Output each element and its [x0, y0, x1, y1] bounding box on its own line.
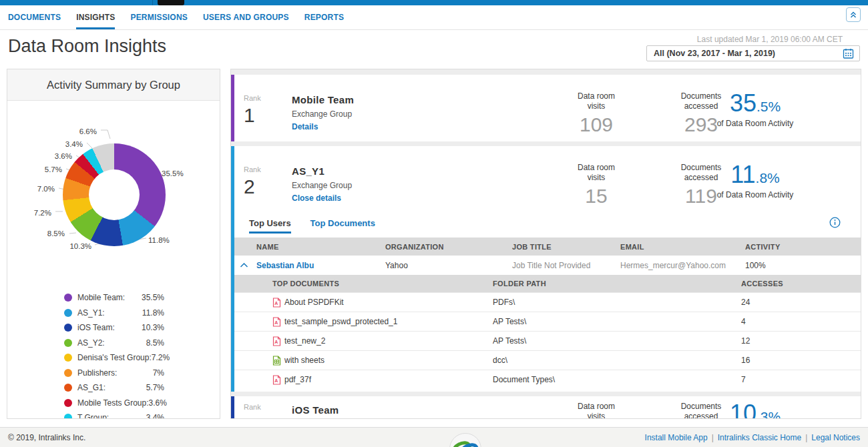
user-organization: Yahoo	[385, 261, 512, 270]
donut-label: 5.7%	[45, 165, 62, 173]
legend-item: Publishers:7%	[64, 369, 164, 378]
document-row: AAbout PSPDFKit PDFs\ 24	[231, 292, 861, 312]
donut-label: 11.8%	[148, 236, 170, 244]
donut-label: 35.5%	[162, 169, 184, 177]
activity-summary-title: Activity Summary by Group	[7, 69, 220, 101]
documents-table-header: TOP DOCUMENTS FOLDER PATH ACCESSES	[231, 275, 861, 292]
activity-percentage: 10.3%	[682, 400, 829, 419]
legend-dot	[64, 399, 72, 407]
visits-label: Data room visits	[570, 91, 623, 111]
donut-label: 7.0%	[37, 185, 55, 193]
activity-summary-panel: Activity Summary by Group 35.5% 11.8% 10…	[7, 69, 220, 419]
last-updated-text: Last updated Mar 1, 2019 06:00 AM CET	[697, 35, 843, 44]
donut-label: 10.3%	[69, 242, 91, 250]
svg-text:A: A	[274, 340, 278, 344]
svg-text:A: A	[274, 320, 278, 325]
donut-label: 6.6%	[79, 127, 97, 135]
document-row: Apdf_37f Document Types\ 7	[231, 370, 861, 389]
legend-dot	[64, 369, 72, 377]
visits-label: Data room visits	[570, 163, 623, 183]
group-name: iOS Team	[292, 404, 339, 416]
pdf-file-icon: A	[272, 298, 281, 308]
user-row: Sebastian Albu Yahoo Job Title Not Provi…	[231, 256, 861, 275]
rank1-card: Rank 1 Mobile Team Exchange Group Detail…	[231, 75, 861, 141]
legend-item: iOS Team:10.3%	[64, 324, 164, 332]
donut-chart-area: 35.5% 11.8% 10.3% 8.5% 7.2% 7.0% 5.7% 3.…	[7, 101, 220, 292]
group-name: AS_Y1	[292, 165, 352, 177]
visits-value: 109	[570, 113, 623, 136]
page-title: Data Room Insights	[8, 36, 166, 57]
user-activity: 100%	[745, 261, 861, 270]
info-icon[interactable]	[829, 217, 841, 228]
legend-dot	[64, 309, 72, 317]
rank-number: 2	[244, 175, 261, 198]
browser-top-strip	[0, 0, 868, 5]
double-chevron-up-icon	[848, 9, 859, 20]
install-mobile-app-link[interactable]: Install Mobile App	[645, 433, 708, 442]
user-email: Hermes_mercur@Yahoo.com	[620, 261, 745, 270]
users-table-header: NAME ORGANIZATION JOB TITLE EMAIL ACTIVI…	[231, 238, 861, 256]
rank3-card: Rank iOS Team Data room visits Documents…	[231, 396, 861, 419]
legend-dot	[64, 384, 72, 392]
document-row: with sheets dcc\ 16	[231, 350, 861, 370]
date-range-value: All (Nov 23, 2017 - Mar 1, 2019)	[654, 49, 843, 58]
svg-text:A: A	[274, 301, 278, 306]
pdf-file-icon: A	[272, 317, 281, 327]
visits-value: 15	[570, 185, 623, 207]
legend-dot	[64, 414, 72, 419]
nav-tab-insights[interactable]: INSIGHTS	[76, 5, 115, 29]
tab-top-users[interactable]: Top Users	[249, 209, 291, 236]
intralinks-logo	[449, 432, 482, 447]
legend-item: AS_Y1:11.8%	[64, 309, 164, 318]
legal-notices-link[interactable]: Legal Notices	[811, 433, 860, 442]
rank-label: Rank	[244, 165, 261, 173]
document-row: Atest_new_2 AP Tests\ 12	[231, 331, 861, 350]
nav-tab-permissions[interactable]: PERMISSIONS	[130, 5, 188, 29]
group-type: Exchange Group	[292, 109, 354, 119]
rank-label: Rank	[244, 403, 261, 411]
collapse-panel-button[interactable]	[846, 7, 861, 22]
nav-tab-reports[interactable]: REPORTS	[304, 5, 344, 29]
legend-dot	[64, 339, 72, 347]
detail-tabs: Top Users Top Documents	[231, 207, 861, 238]
user-name-link[interactable]: Sebastian Albu	[256, 261, 385, 270]
donut-label: 3.4%	[65, 140, 83, 148]
legend-item: Mobile Team:35.5%	[64, 294, 164, 302]
document-row: Atest_sample_pswd_protected_1 AP Tests\ …	[231, 312, 861, 331]
donut-label: 7.2%	[34, 209, 51, 217]
legend-dot	[64, 294, 72, 302]
nav-tab-users-and-groups[interactable]: USERS AND GROUPS	[203, 5, 289, 29]
tab-top-documents[interactable]: Top Documents	[310, 209, 375, 236]
footer: © 2019, Intralinks Inc. Install Mobile A…	[0, 427, 868, 447]
nav-tab-documents[interactable]: DOCUMENTS	[8, 5, 61, 29]
close-details-link[interactable]: Close details	[292, 193, 352, 203]
copyright-text: © 2019, Intralinks Inc.	[8, 433, 85, 442]
rank2-card: Rank 2 AS_Y1 Exchange Group Close detail…	[231, 146, 861, 392]
footer-links: Install Mobile App | Intralinks Classic …	[645, 433, 860, 442]
date-range-select[interactable]: All (Nov 23, 2017 - Mar 1, 2019)	[646, 45, 860, 61]
top-strip-divider	[152, 0, 153, 5]
visits-label: Data room visits	[570, 402, 623, 419]
activity-percentage: 11.8% of Data Room Activity	[682, 161, 829, 199]
legend-item: Mobile Tests Group:3.6%	[64, 399, 164, 408]
legend-item: AS_G1:5.7%	[64, 384, 164, 392]
rank-number: 1	[244, 104, 261, 127]
top-strip-tab-handle	[158, 0, 184, 5]
group-type: Exchange Group	[292, 181, 352, 190]
svg-text:A: A	[274, 378, 278, 383]
activity-donut-chart	[63, 143, 166, 246]
donut-label: 8.5%	[47, 230, 65, 238]
legend-item: Denisa's Test Group:7.2%	[64, 354, 164, 362]
collapse-row-chevron-icon[interactable]	[231, 262, 256, 268]
main-nav: DOCUMENTS INSIGHTS PERMISSIONS USERS AND…	[0, 5, 868, 30]
donut-label: 3.6%	[55, 152, 72, 160]
details-link[interactable]: Details	[292, 122, 354, 131]
pdf-file-icon: A	[272, 375, 281, 385]
activity-percentage: 35.5% of Data Room Activity	[682, 89, 829, 128]
rank-label: Rank	[244, 94, 261, 102]
legend-dot	[64, 354, 72, 362]
legend-item: AS_Y2:8.5%	[64, 339, 164, 348]
group-ranking-panel: Rank 1 Mobile Team Exchange Group Detail…	[230, 69, 861, 419]
intralinks-classic-home-link[interactable]: Intralinks Classic Home	[718, 433, 801, 442]
spreadsheet-file-icon	[272, 356, 281, 366]
